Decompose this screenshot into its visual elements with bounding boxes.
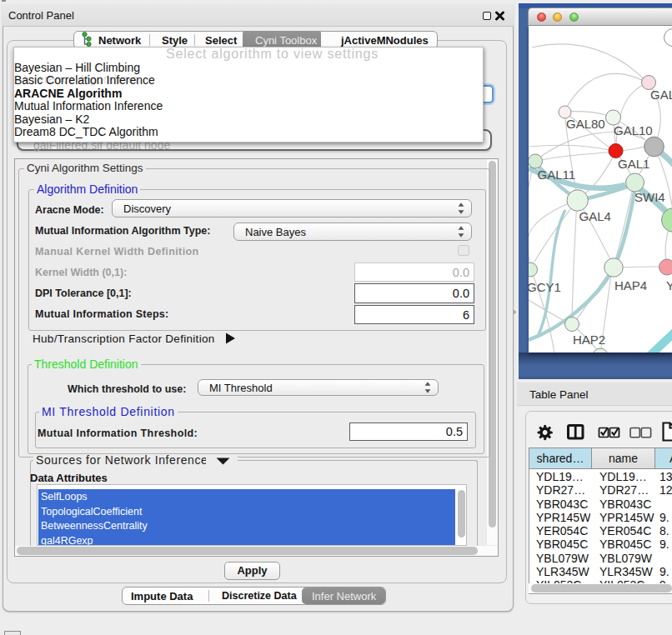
svg-text:GAL80: GAL80 <box>566 117 605 131</box>
svg-text:YM: YM <box>666 278 672 292</box>
svg-text:HAP4: HAP4 <box>614 278 647 292</box>
svg-text:HAP2: HAP2 <box>573 332 605 347</box>
svg-text:GAL4: GAL4 <box>579 209 611 223</box>
svg-text:SWI4: SWI4 <box>634 190 665 204</box>
svg-text:GAL11: GAL11 <box>538 168 576 182</box>
svg-text:GCY1: GCY1 <box>529 280 561 294</box>
svg-text:GAL2: GAL2 <box>650 88 672 102</box>
svg-text:GAL1: GAL1 <box>618 157 649 171</box>
svg-text:GAL10: GAL10 <box>614 123 653 138</box>
